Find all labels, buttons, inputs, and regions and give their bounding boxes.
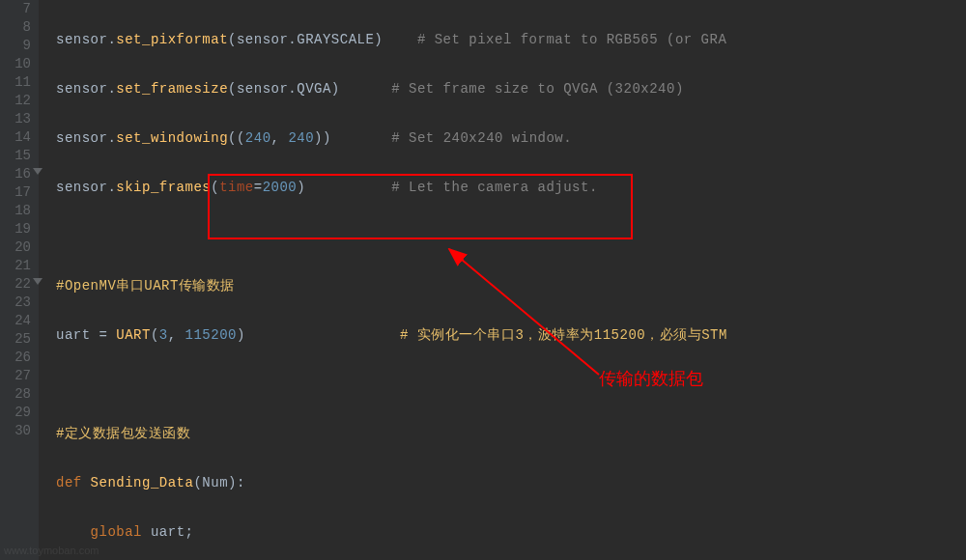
- fold-marker-icon[interactable]: [33, 168, 43, 175]
- line-number: 12: [0, 92, 31, 110]
- code-line[interactable]: sensor.skip_frames(time=2000) # Let the …: [56, 179, 727, 197]
- line-number: 18: [0, 202, 31, 220]
- code-editor[interactable]: 7891011121314151617181920212223242526272…: [0, 0, 966, 560]
- line-number: 23: [0, 294, 31, 312]
- line-number: 21: [0, 257, 31, 275]
- code-area[interactable]: sensor.set_pixformat(sensor.GRAYSCALE) #…: [39, 0, 727, 560]
- line-number: 9: [0, 37, 31, 55]
- line-number: 7: [0, 0, 31, 18]
- line-number: 22: [0, 275, 31, 294]
- code-line[interactable]: sensor.set_pixformat(sensor.GRAYSCALE) #…: [56, 31, 727, 49]
- line-gutter: 7891011121314151617181920212223242526272…: [0, 0, 39, 560]
- line-number: 24: [0, 312, 31, 330]
- line-number: 26: [0, 349, 31, 367]
- fold-marker-icon[interactable]: [33, 278, 43, 285]
- line-number: 17: [0, 183, 31, 202]
- line-number: 8: [0, 18, 31, 37]
- watermark: www.toymoban.com: [4, 545, 99, 556]
- line-number: 11: [0, 73, 31, 92]
- code-line[interactable]: #OpenMV串口UART传输数据: [56, 277, 727, 295]
- line-number: 19: [0, 220, 31, 238]
- code-line[interactable]: global uart;: [56, 523, 727, 542]
- line-number: 16: [0, 165, 31, 183]
- line-number: 20: [0, 238, 31, 257]
- line-number: 25: [0, 330, 31, 349]
- code-line[interactable]: sensor.set_framesize(sensor.QVGA) # Set …: [56, 80, 727, 98]
- line-number: 30: [0, 422, 31, 440]
- line-number: 10: [0, 55, 31, 73]
- annotation-label: 传输的数据包: [599, 367, 703, 390]
- code-line[interactable]: def Sending_Data(Num):: [56, 474, 727, 492]
- line-number: 29: [0, 404, 31, 422]
- code-line[interactable]: uart = UART(3, 115200) # 实例化一个串口3，波特率为11…: [56, 326, 727, 345]
- line-number: 28: [0, 385, 31, 404]
- code-line[interactable]: sensor.set_windowing((240, 240)) # Set 2…: [56, 129, 727, 148]
- line-number: 15: [0, 147, 31, 165]
- line-number: 13: [0, 110, 31, 128]
- code-line[interactable]: #定义数据包发送函数: [56, 425, 727, 443]
- line-number: 14: [0, 128, 31, 147]
- code-line[interactable]: [56, 228, 727, 246]
- line-number: 27: [0, 367, 31, 385]
